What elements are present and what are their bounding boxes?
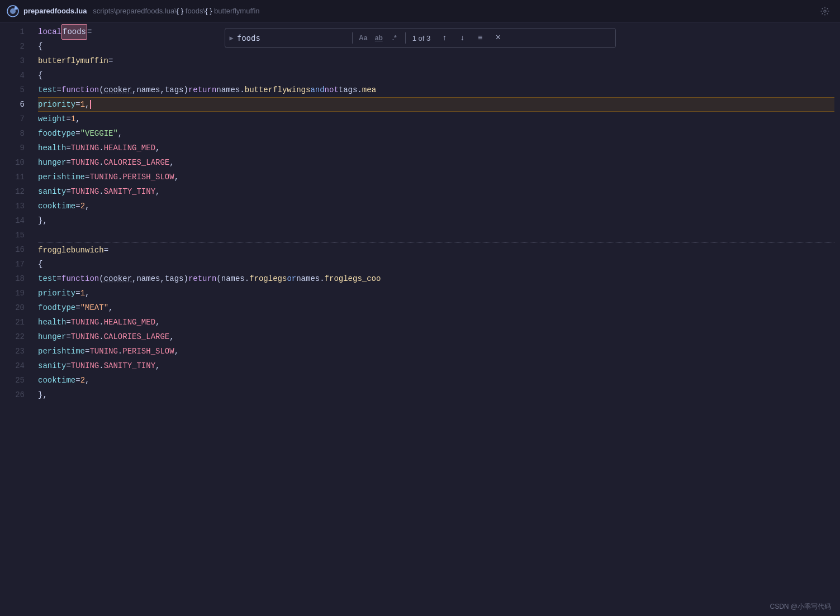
- code-line-23: perishtime = TUNING.PERISH_SLOW,: [38, 344, 834, 359]
- line-number-4: 4: [0, 68, 34, 83]
- code-line-6: priority = 1,: [38, 97, 834, 112]
- titlebar: preparedfoods.lua scripts\preparedfoods.…: [0, 0, 840, 22]
- line-number-17: 17: [0, 257, 34, 271]
- line-number-21: 21: [0, 315, 34, 330]
- line-number-13: 13: [0, 199, 34, 213]
- titlebar-path: preparedfoods.lua scripts\preparedfoods.…: [23, 7, 260, 15]
- search-bar: ▶ Aa ab .* 1 of 3 ↑ ↓ ≡ ×: [225, 28, 616, 48]
- match-case-button[interactable]: Aa: [356, 31, 371, 45]
- code-line-3: butterflymuffin =: [38, 54, 834, 68]
- search-options: Aa ab .*: [356, 31, 402, 45]
- editor: 1234567891011121314151617181920212223242…: [0, 22, 840, 616]
- code-line-13: cooktime = 2,: [38, 199, 834, 213]
- search-input[interactable]: [237, 34, 349, 42]
- line-number-24: 24: [0, 359, 34, 373]
- line-number-23: 23: [0, 344, 34, 359]
- code-line-26: },: [38, 388, 834, 402]
- search-list-button[interactable]: ≡: [473, 31, 487, 45]
- scrollbar[interactable]: [834, 22, 840, 616]
- code-line-19: priority = 1,: [38, 286, 834, 300]
- search-divider: [352, 32, 353, 44]
- line-number-25: 25: [0, 373, 34, 388]
- code-line-20: foodtype = "MEAT",: [38, 300, 834, 315]
- line-number-22: 22: [0, 330, 34, 344]
- code-line-25: cooktime = 2,: [38, 373, 834, 388]
- svg-point-2: [15, 7, 17, 9]
- line-number-12: 12: [0, 184, 34, 199]
- line-number-16: 16: [0, 242, 34, 257]
- code-line-4: {: [38, 68, 834, 83]
- code-line-14: },: [38, 213, 834, 228]
- line-number-7: 7: [0, 112, 34, 126]
- titlebar-breadcrumb: scripts\preparedfoods.lua\{ } foods\{ } …: [89, 7, 259, 15]
- code-line-12: sanity = TUNING.SANITY_TINY,: [38, 184, 834, 199]
- line-number-10: 10: [0, 155, 34, 170]
- search-count: 1 of 3: [412, 34, 431, 42]
- code-line-9: health = TUNING.HEALING_MED,: [38, 141, 834, 155]
- titlebar-actions: [817, 3, 833, 20]
- code-line-24: sanity = TUNING.SANITY_TINY,: [38, 359, 834, 373]
- settings-button[interactable]: [817, 3, 833, 20]
- code-line-16: frogglebunwich =: [38, 242, 834, 257]
- line-number-8: 8: [0, 126, 34, 141]
- line-number-15: 15: [0, 228, 34, 242]
- search-next-button[interactable]: ↓: [455, 31, 469, 45]
- search-divider-2: [405, 32, 406, 44]
- line-numbers: 1234567891011121314151617181920212223242…: [0, 22, 34, 616]
- titlebar-filename: preparedfoods.lua: [23, 7, 87, 15]
- code-line-15: [38, 228, 834, 242]
- code-line-17: {: [38, 257, 834, 271]
- code-line-11: perishtime = TUNING.PERISH_SLOW,: [38, 170, 834, 184]
- text-cursor: [90, 100, 91, 109]
- code-line-21: health = TUNING.HEALING_MED,: [38, 315, 834, 330]
- line-number-20: 20: [0, 300, 34, 315]
- search-match-current: foods: [61, 24, 87, 40]
- code-line-10: hunger = TUNING.CALORIES_LARGE,: [38, 155, 834, 170]
- line-number-1: 1: [0, 25, 34, 39]
- line-number-3: 3: [0, 54, 34, 68]
- line-number-14: 14: [0, 213, 34, 228]
- code-line-5: test = function(cooker, names, tags) ret…: [38, 83, 834, 97]
- whole-word-button[interactable]: ab: [372, 31, 386, 45]
- line-number-9: 9: [0, 141, 34, 155]
- code-line-7: weight = 1,: [38, 112, 834, 126]
- search-expand-arrow[interactable]: ▶: [230, 34, 234, 42]
- line-number-26: 26: [0, 388, 34, 402]
- line-number-6: 6: [0, 97, 34, 112]
- line-number-11: 11: [0, 170, 34, 184]
- code-area[interactable]: local foods={ butterflymuffin = { test =…: [34, 22, 834, 616]
- code-line-8: foodtype = "VEGGIE",: [38, 126, 834, 141]
- lua-icon: [7, 5, 19, 17]
- code-line-18: test = function(cooker, names, tags) ret…: [38, 271, 834, 286]
- line-number-5: 5: [0, 83, 34, 97]
- line-number-2: 2: [0, 39, 34, 54]
- search-prev-button[interactable]: ↑: [437, 31, 452, 45]
- code-line-22: hunger = TUNING.CALORIES_LARGE,: [38, 330, 834, 344]
- watermark: CSDN @小乖写代码: [770, 602, 831, 612]
- search-close-button[interactable]: ×: [491, 31, 505, 45]
- regex-button[interactable]: .*: [387, 31, 402, 45]
- line-number-18: 18: [0, 271, 34, 286]
- line-number-19: 19: [0, 286, 34, 300]
